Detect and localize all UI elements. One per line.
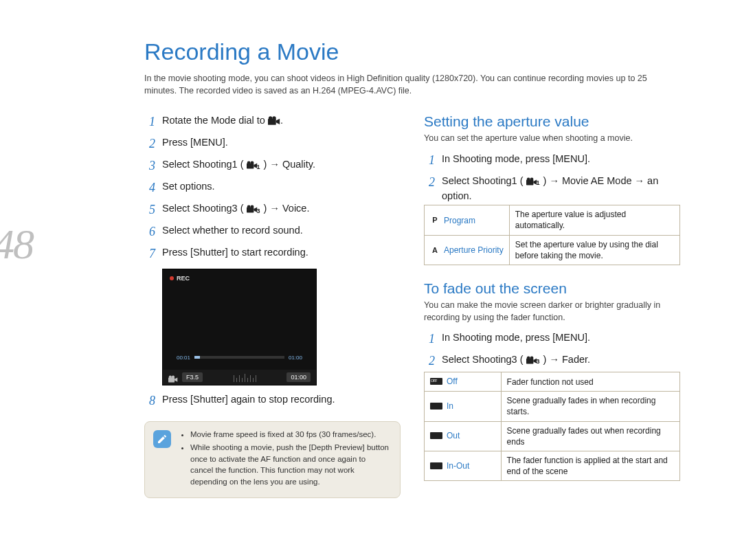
step-2-text: Press [MENU]. — [162, 135, 401, 150]
ap-step-2: Select Shooting1 ( — [442, 175, 524, 186]
right-column: Setting the aperture value You can set t… — [424, 113, 680, 481]
fader-section: To fade out the screen You can make the … — [424, 280, 680, 481]
step-3-tail: ) → Quality. — [264, 159, 315, 170]
progress-end: 01:00 — [289, 355, 302, 361]
table-row: In Scene gradually fades in when recordi… — [425, 392, 680, 421]
preview-bottom-bar: F3.5 01:00 — [163, 370, 316, 385]
step-5-tail: ) → Voice. — [264, 203, 310, 214]
exposure-scale — [207, 372, 282, 382]
rec-indicator: REC — [170, 275, 190, 282]
option-label: Program — [444, 215, 475, 226]
option-desc: The aperture value is adjusted automatic… — [509, 205, 679, 235]
step-3-text: Select Shooting1 ( — [162, 159, 244, 170]
camera-screen-preview: REC 00:01 01:00 F3.5 01:00 — [162, 269, 317, 385]
fader-off-icon — [430, 378, 442, 385]
option-label: Off — [447, 376, 458, 387]
step-4-text: Set options. — [162, 179, 401, 194]
aperture-desc: You can set the aperture value when shoo… — [424, 133, 680, 145]
shooting1-icon: 1 — [526, 177, 541, 186]
option-desc: Scene gradually fades out when recording… — [501, 421, 679, 451]
option-desc: Scene gradually fades in when recording … — [501, 392, 679, 421]
progress-start: 00:01 — [177, 355, 190, 361]
rec-dot-icon — [170, 276, 174, 280]
fd-step-1: In Shooting mode, press [MENU]. — [442, 331, 680, 346]
fader-in-icon — [430, 403, 442, 410]
fader-options-table: Off Fader function not used In Scene gra… — [424, 372, 680, 481]
intro-paragraph: In the movie shooting mode, you can shoo… — [144, 72, 673, 97]
ap-step-1: In Shooting mode, press [MENU]. — [442, 152, 680, 167]
table-row: P Program The aperture value is adjusted… — [425, 205, 680, 235]
option-label: Aperture Priority — [444, 245, 504, 256]
table-row: Off Fader function not used — [425, 372, 680, 392]
progress-bar: 00:01 01:00 — [177, 353, 302, 361]
note-bullet-2: While shooting a movie, push the [Depth … — [190, 442, 390, 488]
shooting3-icon: 3 — [247, 205, 261, 214]
step-7-text: Press [Shutter] to start recording. — [162, 245, 401, 260]
fader-heading: To fade out the screen — [424, 280, 680, 297]
fd-step-2-tail: ) → Fader. — [543, 354, 591, 365]
progress-track — [194, 356, 284, 359]
mode-letter-a-icon: A — [430, 245, 440, 256]
fd-step-2: Select Shooting3 ( — [442, 354, 524, 365]
aperture-section: Setting the aperture value You can set t… — [424, 113, 680, 265]
mode-letter-p-icon: P — [430, 215, 440, 225]
fader-out-icon — [430, 432, 442, 439]
step-5-text: Select Shooting3 ( — [162, 203, 244, 214]
fader-desc: You can make the movie screen darker or … — [424, 300, 680, 324]
fader-inout-icon — [430, 462, 442, 469]
option-desc: Set the aperture value by using the dial… — [509, 235, 679, 265]
left-column: 1 Rotate the Mode dial to . 2Press [MENU… — [144, 113, 401, 497]
movie-mode-icon — [268, 116, 280, 125]
shooting1-icon: 1 — [247, 161, 261, 170]
step-8-text: Press [Shutter] again to stop recording. — [162, 392, 401, 407]
note-box: Movie frame speed is fixed at 30 fps (30… — [144, 421, 401, 497]
page-number: 48 — [0, 220, 33, 269]
option-label: Out — [447, 430, 460, 441]
time-chip: 01:00 — [286, 372, 311, 382]
step-6-text: Select whether to record sound. — [162, 223, 401, 238]
aperture-heading: Setting the aperture value — [424, 113, 680, 130]
step-1-text: Rotate the Mode dial to — [162, 115, 265, 126]
option-desc: Fader function not used — [501, 372, 679, 392]
note-bullet-1: Movie frame speed is fixed at 30 fps (30… — [190, 429, 390, 440]
option-desc: The fader function is applied at the sta… — [501, 451, 679, 481]
table-row: In-Out The fader function is applied at … — [425, 451, 680, 481]
table-row: A Aperture Priority Set the aperture val… — [425, 235, 680, 265]
preview-movie-icon — [168, 375, 178, 383]
note-icon — [153, 430, 171, 448]
aperture-chip: F3.5 — [182, 372, 203, 382]
option-label: In — [447, 401, 453, 412]
shooting3-icon: 3 — [526, 355, 541, 365]
page-title: Recording a Movie — [144, 38, 680, 65]
table-row: Out Scene gradually fades out when recor… — [425, 421, 680, 451]
rec-label: REC — [177, 275, 190, 282]
main-steps: 1 Rotate the Mode dial to . 2Press [MENU… — [144, 113, 401, 263]
option-label: In-Out — [447, 460, 469, 471]
aperture-options-table: P Program The aperture value is adjusted… — [424, 205, 680, 265]
